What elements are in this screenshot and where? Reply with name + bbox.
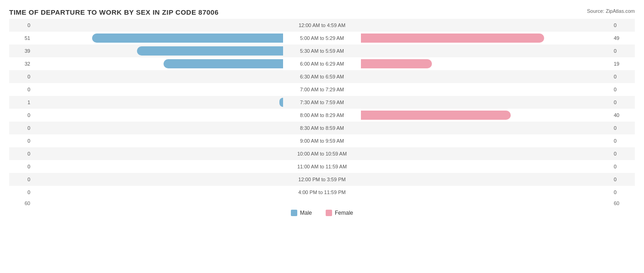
female-bar-wrap <box>361 33 612 43</box>
time-label: 4:00 PM to 11:59 PM <box>283 189 361 195</box>
male-value-label: 0 <box>9 112 32 118</box>
male-bar-wrap <box>32 175 283 184</box>
legend-male-box <box>291 210 297 216</box>
female-bar-wrap <box>361 188 612 197</box>
female-value-label: 40 <box>612 112 635 118</box>
male-value-label: 39 <box>9 48 32 54</box>
chart-row: 08:30 AM to 8:59 AM0 <box>9 122 635 134</box>
male-bar-wrap <box>32 98 283 107</box>
chart-row: 515:00 AM to 5:29 AM49 <box>9 32 635 45</box>
female-bar-wrap <box>361 59 612 68</box>
female-value-label: 0 <box>612 138 635 144</box>
time-label: 7:30 AM to 7:59 AM <box>283 100 361 105</box>
male-value-label: 32 <box>9 61 32 67</box>
female-value-label: 0 <box>612 177 635 182</box>
time-label: 10:00 AM to 10:59 AM <box>283 151 361 156</box>
male-value-label: 1 <box>9 100 32 105</box>
chart-row: 012:00 PM to 3:59 PM0 <box>9 173 635 186</box>
male-bar <box>137 46 283 56</box>
time-label: 6:00 AM to 6:29 AM <box>283 61 361 67</box>
male-bar-wrap <box>32 111 283 120</box>
female-value-label: 0 <box>612 151 635 156</box>
chart-row: 07:00 AM to 7:29 AM0 <box>9 83 635 96</box>
female-bar-wrap <box>361 175 612 184</box>
male-bar-wrap <box>32 21 283 30</box>
male-value-label: 0 <box>9 177 32 182</box>
axis-left-label: 60 <box>9 201 32 206</box>
female-bar-wrap <box>361 162 612 171</box>
time-label: 11:00 AM to 11:59 AM <box>283 164 361 169</box>
female-bar-wrap <box>361 21 612 30</box>
female-value-label: 0 <box>612 125 635 131</box>
time-label: 8:00 AM to 8:29 AM <box>283 112 361 118</box>
female-value-label: 0 <box>612 22 635 28</box>
male-value-label: 0 <box>9 189 32 195</box>
female-bar-wrap <box>361 72 612 81</box>
female-value-label: 0 <box>612 48 635 54</box>
time-label: 12:00 PM to 3:59 PM <box>283 177 361 182</box>
legend-male-label: Male <box>300 210 312 216</box>
female-bar-wrap <box>361 111 612 120</box>
chart-row: 395:30 AM to 5:59 AM0 <box>9 45 635 57</box>
female-value-label: 0 <box>612 100 635 105</box>
male-value-label: 0 <box>9 22 32 28</box>
male-bar-wrap <box>32 72 283 81</box>
male-bar <box>164 59 283 68</box>
legend-female: Female <box>326 210 353 216</box>
male-value-label: 0 <box>9 164 32 169</box>
male-bar-wrap <box>32 33 283 43</box>
female-value-label: 0 <box>612 74 635 79</box>
legend-female-box <box>326 210 332 216</box>
female-value-label: 0 <box>612 164 635 169</box>
female-bar <box>361 33 544 43</box>
time-label: 5:00 AM to 5:29 AM <box>283 35 361 41</box>
male-value-label: 0 <box>9 125 32 131</box>
chart-row: 09:00 AM to 9:59 AM0 <box>9 134 635 147</box>
source-label: Source: ZipAtlas.com <box>587 8 635 14</box>
male-bar-wrap <box>32 123 283 133</box>
male-bar-wrap <box>32 188 283 197</box>
male-bar-wrap <box>32 46 283 56</box>
male-value-label: 51 <box>9 35 32 41</box>
male-bar <box>279 98 283 107</box>
female-value-label: 19 <box>612 61 635 67</box>
chart-container: TIME OF DEPARTURE TO WORK BY SEX IN ZIP … <box>0 0 644 273</box>
male-bar-wrap <box>32 136 283 145</box>
chart-row: 17:30 AM to 7:59 AM0 <box>9 96 635 109</box>
male-value-label: 0 <box>9 151 32 156</box>
time-label: 9:00 AM to 9:59 AM <box>283 138 361 144</box>
chart-row: 08:00 AM to 8:29 AM40 <box>9 109 635 122</box>
female-bar-wrap <box>361 98 612 107</box>
female-bar-wrap <box>361 46 612 56</box>
axis-spacer-right <box>361 199 612 208</box>
female-bar-wrap <box>361 149 612 158</box>
male-value-label: 0 <box>9 138 32 144</box>
male-bar-wrap <box>32 149 283 158</box>
male-value-label: 0 <box>9 74 32 79</box>
time-label: 12:00 AM to 4:59 AM <box>283 22 361 28</box>
female-value-label: 0 <box>612 87 635 92</box>
chart-row: 06:30 AM to 6:59 AM0 <box>9 70 635 83</box>
time-label: 8:30 AM to 8:59 AM <box>283 125 361 131</box>
legend: Male Female <box>9 210 635 216</box>
female-bar <box>361 111 511 120</box>
male-bar-wrap <box>32 85 283 94</box>
legend-male: Male <box>291 210 312 216</box>
female-value-label: 49 <box>612 35 635 41</box>
bottom-axis: 6060 <box>9 199 635 208</box>
axis-spacer-left <box>32 199 283 208</box>
rows-wrapper: 012:00 AM to 4:59 AM0515:00 AM to 5:29 A… <box>9 19 635 199</box>
time-label: 7:00 AM to 7:29 AM <box>283 87 361 92</box>
male-bar-wrap <box>32 162 283 171</box>
time-label: 6:30 AM to 6:59 AM <box>283 74 361 79</box>
chart-title: TIME OF DEPARTURE TO WORK BY SEX IN ZIP … <box>9 8 635 16</box>
chart-row: 010:00 AM to 10:59 AM0 <box>9 147 635 160</box>
legend-female-label: Female <box>335 210 353 216</box>
chart-row: 011:00 AM to 11:59 AM0 <box>9 160 635 173</box>
female-bar <box>361 59 432 68</box>
time-label: 5:30 AM to 5:59 AM <box>283 48 361 54</box>
chart-row: 04:00 PM to 11:59 PM0 <box>9 186 635 199</box>
axis-right-label: 60 <box>612 201 635 206</box>
male-value-label: 0 <box>9 87 32 92</box>
chart-row: 326:00 AM to 6:29 AM19 <box>9 57 635 70</box>
